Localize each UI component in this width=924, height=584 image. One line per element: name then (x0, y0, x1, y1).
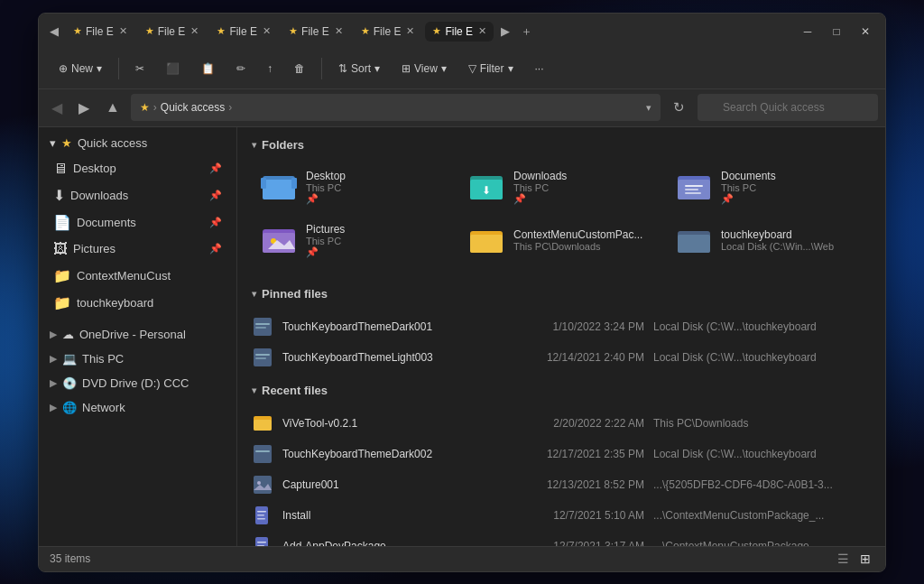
folder-pictures[interactable]: Pictures This PC 📌 (252, 216, 456, 265)
tab-3[interactable]: ★ File E ✕ (209, 22, 278, 42)
minimize-button[interactable]: ─ (795, 22, 820, 42)
search-input[interactable] (698, 94, 878, 121)
maximize-button[interactable]: □ (824, 22, 849, 42)
sidebar-item-pictures[interactable]: 🖼 Pictures 📌 (42, 236, 233, 262)
tab-2[interactable]: ★ File E ✕ (138, 22, 207, 42)
contextmenu-folder-icon (468, 224, 504, 256)
filter-chevron: ▾ (508, 62, 513, 75)
file-explorer-window: ◀ ★ File E ✕ ★ File E ✕ ★ File E ✕ ★ Fil… (38, 13, 886, 572)
sort-button[interactable]: ⇅ Sort ▾ (329, 58, 389, 79)
recent-file-1[interactable]: ViVeTool-v0.2.1 2/20/2022 2:22 AM This P… (237, 408, 885, 439)
expand-icon: ▾ (50, 136, 56, 150)
pictures-folder-info: Pictures This PC 📌 (306, 223, 447, 258)
recent-file-1-location: This PC\Downloads (653, 417, 871, 430)
sidebar-dvddrive-toggle[interactable]: ▶ 💿 DVD Drive (D:) CCC (39, 371, 236, 395)
up-button[interactable]: ▲ (100, 96, 125, 119)
touchkeyboard-folder-info: touchkeyboard Local Disk (C:\Win...\Web (721, 228, 862, 252)
back-button[interactable]: ◀ (46, 96, 68, 120)
paste-button[interactable]: 📋 (192, 58, 224, 79)
recent-section-header[interactable]: ▾ Recent files (237, 373, 885, 404)
cut-button[interactable]: ✂ (126, 58, 153, 79)
share-button[interactable]: ↑ (258, 58, 282, 79)
touchkeyboard-folder-path: Local Disk (C:\Win...\Web (721, 241, 862, 252)
svg-rect-19 (678, 235, 710, 253)
pictures-folder-icon (261, 224, 297, 256)
sidebar-item-downloads[interactable]: ⬇ Downloads 📌 (42, 182, 233, 209)
sort-label: Sort (351, 62, 371, 75)
tab-4[interactable]: ★ File E ✕ (282, 22, 350, 42)
forward-button[interactable]: ▶ (73, 96, 95, 120)
folder-downloads[interactable]: ⬇ Downloads This PC 📌 (459, 162, 663, 212)
sidebar-quick-access-toggle[interactable]: ▾ ★ Quick access (39, 131, 236, 155)
tab-3-close[interactable]: ✕ (263, 25, 271, 37)
folder-desktop[interactable]: Desktop This PC 📌 (252, 162, 456, 212)
sidebar-onedrive-toggle[interactable]: ▶ ☁ OneDrive - Personal (39, 322, 236, 347)
tab-6[interactable]: ★ File E ✕ (425, 22, 494, 42)
new-tab-btn[interactable]: ＋ (517, 20, 536, 43)
sidebar-item-documents[interactable]: 📄 Documents 📌 (42, 209, 233, 236)
rename-button[interactable]: ✏ (227, 58, 254, 79)
svg-rect-38 (257, 542, 266, 543)
tab-5-close[interactable]: ✕ (406, 25, 414, 37)
sidebar-network-toggle[interactable]: ▶ 🌐 Network (39, 395, 236, 420)
tab-5[interactable]: ★ File E ✕ (354, 22, 422, 42)
onedrive-icon: ☁ (62, 328, 74, 341)
svg-rect-34 (257, 511, 266, 513)
recent-file-3[interactable]: Capture001 12/13/2021 8:52 PM ...\{5205D… (237, 469, 885, 500)
refresh-button[interactable]: ↻ (666, 96, 692, 119)
grid-view-button[interactable]: ⊞ (856, 550, 874, 568)
path-sep-1: › (153, 101, 157, 114)
address-bar: ◀ ▶ ▲ ★ › Quick access › ▾ ↻ 🔍 (39, 89, 885, 127)
downloads-folder-icon: ⬇ (468, 171, 504, 203)
more-button[interactable]: ··· (526, 58, 553, 79)
recent-file-icon-4 (252, 505, 273, 526)
folder-touchkeyboard[interactable]: touchkeyboard Local Disk (C:\Win...\Web (667, 216, 871, 265)
tab-prev-btn[interactable]: ◀ (46, 21, 62, 42)
folder-documents[interactable]: Documents This PC 📌 (667, 162, 871, 212)
sidebar-thispc-toggle[interactable]: ▶ 💻 This PC (39, 347, 236, 371)
list-view-button[interactable]: ☰ (834, 550, 853, 568)
tab-1-close[interactable]: ✕ (119, 25, 127, 37)
filter-button[interactable]: ▽ Filter ▾ (459, 58, 522, 79)
pinned-section-header[interactable]: ▾ Pinned files (237, 276, 885, 308)
recent-file-5-location: ...\ContextMenuCustomPackage_... (653, 540, 871, 546)
close-button[interactable]: ✕ (853, 22, 878, 42)
folders-section-header[interactable]: ▾ Folders (237, 127, 885, 159)
sidebar-item-contextmenu[interactable]: 📁 ContextMenuCust (42, 263, 233, 289)
tab-4-close[interactable]: ✕ (335, 25, 343, 37)
svg-rect-27 (254, 420, 272, 431)
view-label: View (414, 62, 438, 75)
thispc-icon: 💻 (62, 352, 77, 366)
pinned-file-1[interactable]: TouchKeyboardThemeDark001 1/10/2022 3:24… (237, 311, 885, 342)
tab-2-close[interactable]: ✕ (190, 25, 199, 37)
new-button[interactable]: ⊕ New ▾ (50, 58, 111, 79)
copy-button[interactable]: ⬛ (157, 58, 189, 79)
view-button[interactable]: ⊞ View ▾ (393, 58, 456, 79)
path-star-icon: ★ (140, 101, 150, 114)
recent-file-5[interactable]: Add-AppDevPackage 12/7/2021 3:17 AM ...\… (237, 531, 885, 546)
tab-next-btn[interactable]: ▶ (497, 21, 513, 42)
pinned-file-2[interactable]: TouchKeyboardThemeLight003 12/14/2021 2:… (237, 342, 885, 373)
folders-grid: Desktop This PC 📌 ⬇ Do (237, 159, 885, 276)
address-path[interactable]: ★ › Quick access › ▾ (131, 94, 661, 121)
path-dropdown-btn[interactable]: ▾ (646, 102, 651, 114)
sidebar-item-touchkeyboard[interactable]: 📁 touchkeyboard (42, 290, 233, 316)
svg-rect-21 (255, 323, 270, 325)
touchkeyboard-folder-name: touchkeyboard (721, 228, 862, 241)
svg-point-31 (257, 481, 261, 485)
tab-6-close[interactable]: ✕ (478, 25, 486, 37)
recent-file-4-location: ...\ContextMenuCustomPackage_... (653, 509, 871, 522)
downloads-pin: 📌 (513, 193, 654, 205)
view-toggle: ☰ ⊞ (834, 550, 874, 568)
desktop-folder-info: Desktop This PC 📌 (306, 170, 447, 205)
toolbar-sep-2 (321, 58, 322, 79)
tab-1[interactable]: ★ File E ✕ (66, 22, 134, 42)
network-label: Network (82, 401, 125, 414)
folder-contextmenu[interactable]: ContextMenuCustomPac... This PC\Download… (459, 216, 663, 265)
recent-file-4[interactable]: Install 12/7/2021 5:10 AM ...\ContextMen… (237, 500, 885, 531)
sidebar-item-desktop[interactable]: 🖥 Desktop 📌 (42, 156, 233, 181)
svg-rect-36 (257, 518, 265, 520)
svg-rect-2 (261, 178, 266, 189)
delete-button[interactable]: 🗑 (285, 58, 314, 79)
recent-file-2[interactable]: TouchKeyboardThemeDark002 12/17/2021 2:3… (237, 439, 885, 469)
